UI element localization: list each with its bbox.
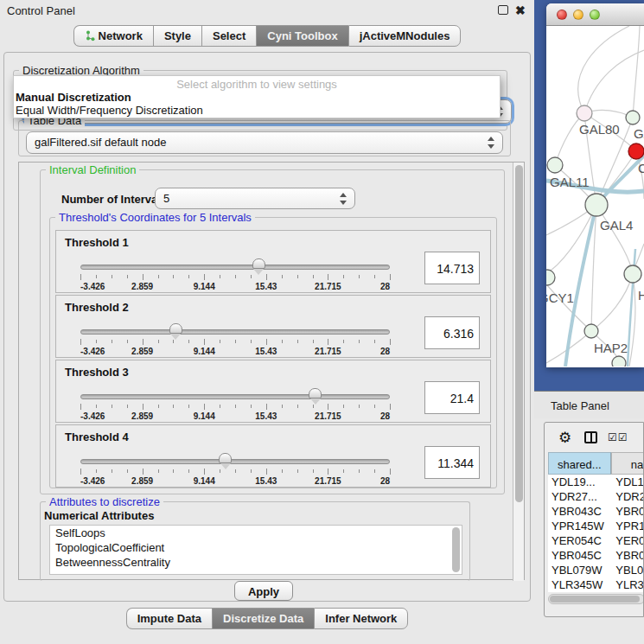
cell[interactable]: YBL0 (611, 563, 644, 577)
slider-track[interactable] (80, 265, 390, 270)
tab-style[interactable]: Style (153, 25, 201, 47)
table-row[interactable]: YER054CYER0 (548, 533, 644, 548)
cell[interactable]: YDL19... (548, 475, 611, 489)
horizontal-scrollbar[interactable] (548, 594, 644, 604)
number-of-intervals-value: 5 (163, 192, 169, 205)
float-window-icon[interactable] (498, 5, 508, 15)
list-item[interactable]: SelfLoops (50, 526, 462, 540)
dropdown-item-manual-discretization[interactable]: Manual Discretization (14, 90, 500, 103)
tick-label: -3.426 (80, 282, 105, 291)
tick-label: 28 (380, 411, 390, 421)
node-ga (626, 111, 640, 124)
tab-select[interactable]: Select (201, 25, 256, 47)
threshold-2-value[interactable]: 6.316 (424, 316, 480, 349)
dropdown-item-equal-width[interactable]: Equal Width/Frequency Discretization (14, 103, 500, 116)
mac-zoom-icon[interactable] (590, 10, 600, 20)
mac-close-icon[interactable] (557, 10, 567, 20)
cell[interactable]: YER0 (611, 533, 644, 548)
tab-label: Impute Data (137, 612, 201, 625)
slider-thumb[interactable] (169, 323, 182, 334)
tab-label: Style (164, 29, 191, 42)
threshold-2-panel: Threshold 2 -3.426 2.859 9.144 15.43 (55, 295, 491, 358)
tab-jactivemnodules[interactable]: jActiveMNodules (348, 25, 462, 47)
node-label-gal4: GAL4 (600, 218, 633, 233)
cell[interactable]: YDR27... (548, 489, 611, 504)
cell[interactable]: YDL1 (611, 475, 644, 489)
list-scrollbar[interactable] (452, 527, 460, 572)
tick-label: 21.715 (315, 411, 341, 421)
network-canvas[interactable]: GAL80 GA C GAL11 GAL4 GCY1 H HAP2 (546, 26, 644, 367)
table-row[interactable]: YDL19...YDL1 (548, 475, 644, 489)
dropdown-hint-item[interactable]: Select algorithm to view settings (14, 76, 500, 90)
threshold-2-slider[interactable]: -3.426 2.859 9.144 15.43 21.715 28 (80, 327, 390, 353)
close-icon[interactable]: ✖ (515, 3, 526, 17)
mac-minimize-icon[interactable] (573, 10, 583, 20)
cell[interactable]: YBR043C (548, 504, 611, 519)
checkbox-icons[interactable]: ☑☑ (608, 431, 628, 443)
cell[interactable]: YDR2 (611, 489, 644, 504)
apply-button[interactable]: Apply (234, 581, 293, 601)
table-row[interactable]: YPR145WYPR1 (548, 519, 644, 533)
algorithm-dropdown-popup: Select algorithm to view settings Manual… (13, 75, 501, 118)
tab-network[interactable]: Network (73, 25, 153, 47)
column-header-shared[interactable]: shared... (548, 452, 611, 475)
network-view-window[interactable]: GAL80 GA C GAL11 GAL4 GCY1 H HAP2 (546, 3, 644, 367)
slider-thumb[interactable] (252, 258, 265, 269)
node-gcy1 (546, 270, 555, 285)
tab-cyni-toolbox[interactable]: Cyni Toolbox (256, 25, 348, 47)
table-panel: ⚙ ☑☑ shared... na YDL19...YDL1 YDR27...Y… (544, 422, 644, 617)
threshold-3-value[interactable]: 21.4 (424, 381, 480, 414)
threshold-4-panel: Threshold 4 -3.426 2.859 9.144 15.43 (55, 424, 491, 488)
tick-label: 21.715 (315, 476, 341, 486)
network-window-titlebar[interactable] (546, 3, 644, 26)
slider-track[interactable] (80, 459, 390, 464)
threshold-1-value[interactable]: 14.713 (424, 252, 480, 284)
node-label-ga-cut: GA (634, 126, 644, 141)
threshold-1-slider[interactable]: -3.426 2.859 9.144 15.43 21.715 28 (80, 262, 390, 288)
table-row[interactable]: YBR043CYBR0 (548, 504, 644, 519)
scrollbar-thumb[interactable] (550, 596, 640, 603)
table-row[interactable]: YBR045CYBR0 (548, 548, 644, 563)
tick-label: 28 (380, 476, 390, 486)
threshold-4-slider[interactable]: -3.426 2.859 9.144 15.43 21.715 28 (80, 456, 390, 482)
cell[interactable]: YLR345W (548, 577, 611, 592)
list-item[interactable]: TopologicalCoefficient (50, 540, 462, 555)
cell[interactable]: YBL079W (548, 563, 611, 577)
cell[interactable]: YBR0 (611, 548, 644, 563)
gear-icon[interactable]: ⚙ (558, 429, 571, 447)
threshold-3-slider[interactable]: -3.426 2.859 9.144 15.43 21.715 28 (80, 392, 390, 418)
table-data-select[interactable]: galFiltered.sif default node (26, 131, 503, 154)
tab-impute-data[interactable]: Impute Data (126, 608, 212, 629)
number-of-intervals-select[interactable]: 5 (155, 188, 355, 209)
numerical-attributes-list[interactable]: SelfLoops TopologicalCoefficient Between… (49, 525, 462, 575)
slider-thumb[interactable] (309, 388, 322, 399)
slider-track[interactable] (80, 329, 390, 335)
table-row[interactable]: YBL079WYBL0 (548, 563, 644, 577)
cyni-content: Discretization Algorithm Select algorith… (3, 52, 531, 602)
cell[interactable]: YPR145W (548, 519, 611, 533)
cell[interactable]: YPR1 (611, 519, 644, 533)
table-row[interactable]: YDR27...YDR2 (548, 489, 644, 504)
tick-label: 9.144 (194, 476, 215, 486)
threshold-coordinates-group: Threshold's Coordinates for 5 Intervals … (49, 217, 497, 488)
tab-discretize-data[interactable]: Discretize Data (212, 608, 314, 629)
slider-track[interactable] (80, 394, 390, 399)
network-graph (546, 26, 644, 367)
control-panel: Control Panel ✖ Network Style Select Cyn… (0, 0, 534, 644)
bottom-tab-bar: Impute Data Discretize Data Infer Networ… (0, 608, 534, 629)
tab-infer-network[interactable]: Infer Network (314, 608, 408, 629)
node-h (624, 265, 641, 283)
list-item[interactable]: BetweennessCentrality (50, 555, 462, 570)
cell[interactable]: YLR3 (611, 577, 644, 592)
cell[interactable]: YER054C (548, 533, 611, 548)
node-partial-bottom (612, 356, 626, 367)
threshold-4-value[interactable]: 11.344 (424, 446, 480, 479)
cell[interactable]: YBR0 (611, 504, 644, 519)
cell[interactable]: YBR045C (548, 548, 611, 563)
table-row[interactable]: YLR345WYLR3 (548, 577, 644, 592)
scrollbar-thumb[interactable] (515, 165, 523, 502)
split-columns-icon[interactable] (584, 431, 597, 443)
column-header-name[interactable]: na (611, 452, 644, 475)
vertical-scrollbar[interactable] (513, 163, 524, 581)
slider-thumb[interactable] (219, 453, 232, 463)
